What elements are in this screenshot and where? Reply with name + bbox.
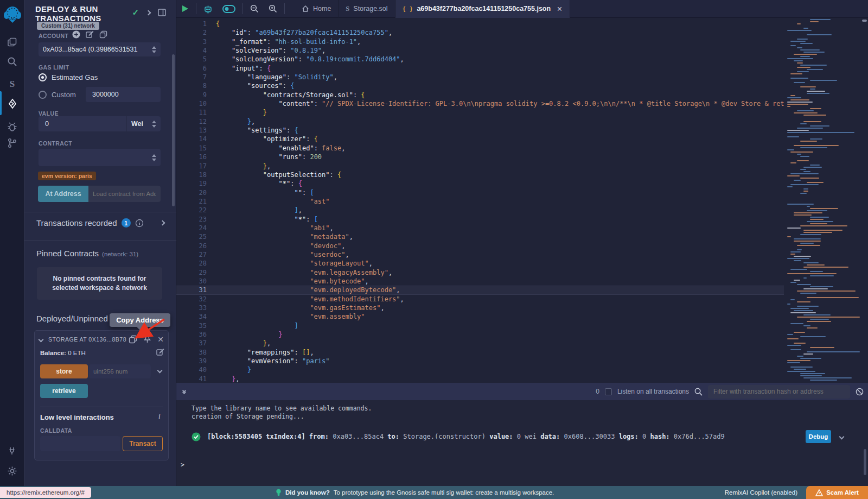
minimap-line — [787, 149, 794, 150]
minimap-line — [807, 69, 823, 70]
remixai-robot-icon[interactable] — [199, 0, 218, 18]
transactions-expand-icon[interactable] — [160, 220, 165, 226]
code-line: "outputSelection": { — [216, 170, 784, 179]
line-number: 16 — [176, 153, 207, 161]
minimap-line — [787, 186, 793, 187]
line-number: 20 — [176, 188, 207, 197]
run-script-button[interactable] — [176, 0, 194, 18]
panel-forward-icon[interactable] — [146, 10, 151, 15]
code-line: "evmVersion": "paris" — [216, 357, 784, 365]
code-line: "ast" — [216, 197, 784, 206]
code-editor[interactable]: 1234567891011121314151617181920212223242… — [176, 18, 868, 383]
deploy-run-icon[interactable] — [0, 96, 24, 112]
line-number: 35 — [176, 321, 207, 330]
minimap[interactable] — [784, 18, 861, 383]
debug-button[interactable]: Debug — [806, 430, 831, 443]
file-explorer-icon[interactable] — [0, 34, 24, 50]
zoom-in-icon[interactable] — [264, 0, 282, 18]
sign-message-icon[interactable] — [86, 30, 94, 39]
tab-label: a69b43f277ba20fcac141151250ca755.json — [417, 5, 551, 12]
minimap-line — [794, 241, 821, 242]
minimap-line — [787, 273, 837, 274]
close-tab-icon[interactable]: ✕ — [557, 5, 562, 13]
minimap-line — [794, 54, 817, 55]
low-level-info-icon[interactable]: i — [158, 412, 161, 421]
pinned-network-label: (network: 31) — [102, 251, 138, 257]
tab-storage-sol[interactable]: S Storage.sol — [339, 0, 395, 18]
terminal-scrollbar[interactable] — [864, 449, 866, 475]
minimap-line — [803, 121, 821, 122]
copy-account-icon[interactable] — [99, 30, 107, 39]
minimap-line — [800, 147, 827, 148]
copilot-toggle[interactable] — [218, 0, 240, 18]
settings-gear-icon[interactable] — [0, 463, 24, 479]
filter-tx-input[interactable] — [708, 385, 850, 399]
info-icon[interactable] — [135, 219, 144, 228]
line-number: 10 — [176, 99, 207, 108]
minimap-line — [787, 136, 799, 137]
line-number: 6 — [176, 64, 207, 73]
gas-limit-label: GAS LIMIT — [39, 64, 69, 71]
remix-logo-icon[interactable] — [0, 3, 24, 25]
account-select[interactable]: 0xA03...85ac4 (0.39866531531 — [39, 42, 161, 56]
pin-contract-icon[interactable] — [143, 335, 151, 344]
calldata-input[interactable] — [40, 436, 120, 451]
minimap-line — [800, 49, 820, 50]
retrieve-function-button[interactable]: retrieve — [40, 384, 88, 398]
listen-all-checkbox[interactable] — [605, 388, 612, 395]
line-number: 13 — [176, 126, 207, 135]
minimap-line — [790, 151, 813, 153]
transaction-log-row[interactable]: [block:5583405 txIndex:4] from: 0xa03...… — [192, 430, 853, 443]
solidity-compiler-icon[interactable]: S — [0, 76, 24, 92]
scam-alert-button[interactable]: Scam Alert — [806, 486, 868, 499]
expand-tx-icon[interactable] — [839, 434, 845, 439]
minimap-line — [810, 347, 834, 348]
store-arg-input[interactable] — [89, 364, 151, 378]
debugger-icon[interactable] — [0, 118, 24, 135]
copilot-status[interactable]: RemixAI Copilot (enabled) — [725, 486, 797, 499]
panel-scrollbar[interactable] — [172, 54, 175, 206]
clear-console-icon[interactable] — [856, 388, 864, 396]
at-address-input[interactable] — [88, 186, 161, 202]
contract-select[interactable] — [39, 149, 161, 166]
expand-terminal-icon[interactable] — [183, 389, 186, 394]
git-branch-icon[interactable] — [0, 135, 24, 151]
editor-scrollbar-thumb[interactable] — [862, 20, 867, 22]
contract-instance-title: STORAGE AT 0X136...8B78 — [48, 336, 129, 343]
minimap-line — [807, 93, 829, 94]
value-input[interactable]: 0 — [39, 116, 127, 131]
store-function-button[interactable]: store — [40, 364, 88, 378]
minimap-line — [797, 290, 856, 292]
line-number: 37 — [176, 339, 207, 348]
minimap-line — [797, 110, 814, 111]
remove-contract-icon[interactable]: ✕ — [157, 335, 164, 344]
terminal-search-icon[interactable] — [694, 388, 703, 396]
zoom-out-icon[interactable] — [245, 0, 264, 18]
pin-panel-icon[interactable] — [158, 9, 166, 16]
copy-address-icon[interactable] — [129, 335, 137, 344]
minimap-line — [794, 180, 801, 181]
collapse-contract-icon[interactable] — [39, 337, 44, 342]
expand-store-icon[interactable] — [157, 368, 163, 374]
minimap-line — [790, 173, 819, 174]
plugin-manager-icon[interactable] — [0, 443, 24, 459]
at-address-button[interactable]: At Address — [38, 186, 88, 202]
remix-ide-window: S — [0, 0, 868, 499]
search-icon[interactable] — [0, 53, 24, 70]
edit-balance-icon[interactable] — [156, 348, 164, 356]
estimated-gas-radio[interactable] — [39, 73, 47, 81]
line-number: 29 — [176, 268, 207, 277]
add-account-icon[interactable] — [72, 30, 80, 39]
transact-button[interactable]: Transact — [123, 436, 163, 451]
minimap-line — [794, 238, 821, 239]
minimap-line — [797, 39, 808, 40]
custom-gas-radio[interactable] — [39, 91, 47, 99]
custom-gas-input[interactable] — [86, 87, 161, 102]
value-unit-select[interactable]: Wei — [127, 116, 161, 131]
tab-home[interactable]: Home — [295, 0, 339, 18]
minimap-line — [807, 91, 825, 92]
minimap-line — [800, 193, 807, 194]
tab-build-info-json[interactable]: { } a69b43f277ba20fcac141151250ca755.jso… — [395, 0, 570, 18]
line-number: 9 — [176, 91, 207, 99]
terminal[interactable]: Type the library name to see available c… — [176, 400, 868, 486]
